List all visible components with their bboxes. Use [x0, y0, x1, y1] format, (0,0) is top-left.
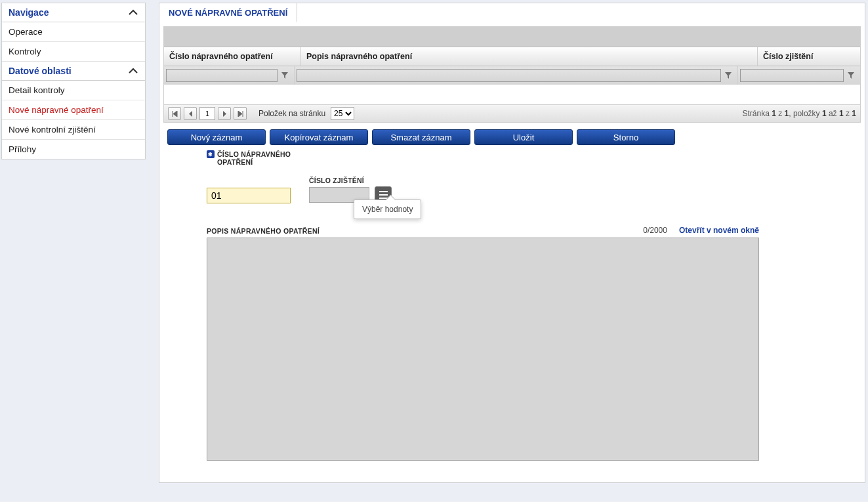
sidebar-section-datove[interactable]: Datové oblasti	[2, 62, 145, 81]
pager-prev[interactable]	[184, 107, 197, 120]
sidebar-item-kontroly[interactable]: Kontroly	[2, 42, 145, 62]
grid-header: Číslo nápravného opatření Popis nápravné…	[164, 47, 860, 66]
column-header-cislo-zjisteni[interactable]: Číslo zjištění	[758, 47, 860, 66]
per-page-select[interactable]: 25	[331, 107, 354, 120]
filter-icon[interactable]	[278, 68, 292, 83]
new-record-button[interactable]: Nový záznam	[167, 129, 266, 145]
filter-input-c[interactable]	[740, 69, 844, 82]
sidebar-section-label: Datové oblasti	[9, 66, 72, 76]
sidebar-section-navigace[interactable]: Navigace	[2, 3, 145, 22]
cancel-button[interactable]: Storno	[577, 129, 675, 145]
sidebar-item-nove-zjisteni[interactable]: Nové kontrolní zjištění	[2, 120, 145, 140]
svg-rect-0	[379, 191, 388, 192]
save-button[interactable]: Uložit	[474, 129, 573, 145]
sidebar: Navigace Operace Kontroly Datové oblasti…	[1, 3, 146, 159]
sidebar-item-operace[interactable]: Operace	[2, 22, 145, 42]
per-page-label: Položek na stránku	[258, 109, 325, 118]
pager-last[interactable]	[234, 107, 247, 120]
filter-icon[interactable]	[721, 68, 735, 83]
popis-textarea[interactable]	[207, 238, 759, 461]
filter-input-b[interactable]	[297, 69, 721, 82]
label-cislo-zjisteni: ČÍSLO ZJIŠTĚNÍ	[309, 177, 392, 184]
sidebar-section-label: Navigace	[9, 7, 49, 18]
chevron-up-icon	[128, 7, 138, 18]
column-header-popis[interactable]: Popis nápravného opatření	[301, 47, 758, 66]
label-popis: POPIS NÁPRAVNÉHO OPATŘENÍ	[207, 227, 320, 235]
open-new-window-link[interactable]: Otevřít v novém okně	[679, 226, 759, 235]
sidebar-item-prilohy[interactable]: Přílohy	[2, 140, 145, 159]
sidebar-item-nove-napravne[interactable]: Nové nápravné opatření	[2, 100, 145, 120]
chevron-up-icon	[128, 66, 138, 76]
grid-toolbar	[164, 27, 860, 47]
grid-filter-row	[164, 66, 860, 85]
popis-counter: 0/2000	[643, 226, 667, 235]
pager-page-input[interactable]	[199, 107, 215, 120]
filter-icon[interactable]	[844, 68, 858, 83]
pager: Položek na stránku 25 Stránka 1 z 1, pol…	[164, 104, 860, 122]
pager-first[interactable]	[168, 107, 181, 120]
delete-record-button[interactable]: Smazat záznam	[372, 129, 470, 145]
grid-body	[164, 85, 860, 104]
tab-nove-napravne[interactable]: NOVÉ NÁPRAVNÉ OPATŘENÍ	[159, 3, 297, 22]
grid: Číslo nápravného opatření Popis nápravné…	[163, 26, 861, 123]
column-header-cislo-opatreni[interactable]: Číslo nápravného opatření	[164, 47, 301, 66]
svg-rect-1	[379, 194, 388, 196]
action-bar: Nový záznam Kopírovat záznam Smazat zázn…	[167, 129, 857, 145]
copy-record-button[interactable]: Kopírovat záznam	[270, 129, 368, 145]
label-cislo-opatreni: ✱ ČÍSLO NÁPRAVNÉHOOPATŘENÍ	[207, 150, 857, 166]
filter-input-a[interactable]	[166, 69, 278, 82]
pager-summary: Stránka 1 z 1, položky 1 až 1 z 1	[742, 109, 856, 118]
required-icon: ✱	[207, 150, 215, 158]
main-panel: NOVÉ NÁPRAVNÉ OPATŘENÍ Číslo nápravného …	[159, 3, 865, 483]
cislo-opatreni-input[interactable]	[207, 188, 291, 203]
pager-next[interactable]	[218, 107, 231, 120]
tooltip-vyber-hodnoty: Výběr hodnoty	[354, 199, 421, 219]
sidebar-item-detail-kontroly[interactable]: Detail kontroly	[2, 81, 145, 100]
